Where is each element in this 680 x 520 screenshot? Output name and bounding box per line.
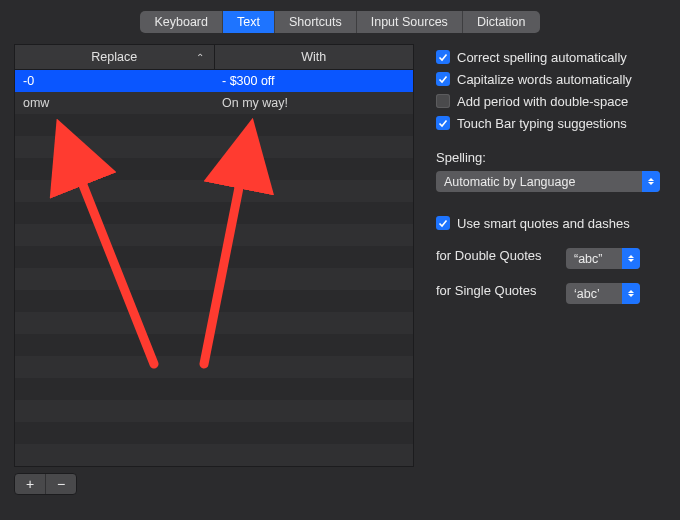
tab-shortcuts[interactable]: Shortcuts [274, 11, 356, 33]
checkbox-icon [436, 72, 450, 86]
sort-indicator-icon: ⌃ [196, 52, 204, 63]
table-row-empty[interactable] [15, 400, 413, 422]
single-quotes-label: for Single Quotes [436, 283, 556, 298]
popup-arrows-icon [622, 283, 640, 304]
table-row-empty[interactable] [15, 444, 413, 466]
check-capitalize-words[interactable]: Capitalize words automatically [436, 68, 666, 90]
table-row-empty[interactable] [15, 158, 413, 180]
table-row-empty[interactable] [15, 378, 413, 400]
table-row-empty[interactable] [15, 180, 413, 202]
double-quotes-value: “abc” [574, 252, 602, 266]
table-row[interactable]: omwOn my way! [15, 92, 413, 114]
pref-tabbar: Keyboard Text Shortcuts Input Sources Di… [0, 0, 680, 44]
table-row-empty[interactable] [15, 356, 413, 378]
column-header-with-label: With [301, 50, 326, 64]
checkbox-icon [436, 50, 450, 64]
table-row[interactable]: -0- $300 off [15, 70, 413, 92]
segmented-tabs: Keyboard Text Shortcuts Input Sources Di… [140, 11, 539, 33]
check-correct-spelling[interactable]: Correct spelling automatically [436, 46, 666, 68]
table-row-empty[interactable] [15, 136, 413, 158]
check-smart-quotes[interactable]: Use smart quotes and dashes [436, 212, 666, 234]
tab-text[interactable]: Text [222, 11, 274, 33]
settings-column: Correct spelling automatically Capitaliz… [436, 44, 666, 495]
tab-dictation[interactable]: Dictation [462, 11, 540, 33]
table-row-empty[interactable] [15, 114, 413, 136]
single-quotes-popup[interactable]: ‘abc’ [566, 283, 640, 304]
table-row-empty[interactable] [15, 268, 413, 290]
text-replacement-table[interactable]: Replace ⌃ With -0- $300 offomwOn my way! [14, 44, 414, 467]
check-touch-bar[interactable]: Touch Bar typing suggestions [436, 112, 666, 134]
table-row-empty[interactable] [15, 334, 413, 356]
column-header-with[interactable]: With [214, 45, 414, 69]
check-add-period[interactable]: Add period with double-space [436, 90, 666, 112]
checkbox-icon [436, 216, 450, 230]
tab-keyboard[interactable]: Keyboard [140, 11, 222, 33]
popup-arrows-icon [622, 248, 640, 269]
check-smart-quotes-label: Use smart quotes and dashes [457, 216, 630, 231]
table-row-empty[interactable] [15, 202, 413, 224]
double-quotes-label: for Double Quotes [436, 248, 556, 263]
text-replacement-panel: Replace ⌃ With -0- $300 offomwOn my way!… [14, 44, 414, 495]
checkbox-icon [436, 94, 450, 108]
check-capitalize-words-label: Capitalize words automatically [457, 72, 632, 87]
spelling-label: Spelling: [436, 150, 666, 165]
cell-replace[interactable]: omw [15, 92, 214, 114]
table-row-empty[interactable] [15, 224, 413, 246]
table-row-empty[interactable] [15, 312, 413, 334]
checkbox-icon [436, 116, 450, 130]
check-correct-spelling-label: Correct spelling automatically [457, 50, 627, 65]
table-row-empty[interactable] [15, 246, 413, 268]
cell-replace[interactable]: -0 [15, 70, 214, 92]
tab-input-sources[interactable]: Input Sources [356, 11, 462, 33]
check-touch-bar-label: Touch Bar typing suggestions [457, 116, 627, 131]
add-button[interactable]: + [15, 474, 45, 494]
column-header-replace[interactable]: Replace ⌃ [15, 45, 214, 69]
popup-arrows-icon [642, 171, 660, 192]
add-remove-control: + − [14, 473, 77, 495]
single-quotes-value: ‘abc’ [574, 287, 600, 301]
double-quotes-popup[interactable]: “abc” [566, 248, 640, 269]
check-add-period-label: Add period with double-space [457, 94, 628, 109]
remove-button[interactable]: − [45, 474, 76, 494]
spelling-popup[interactable]: Automatic by Language [436, 171, 660, 192]
table-row-empty[interactable] [15, 290, 413, 312]
cell-with[interactable]: On my way! [214, 92, 413, 114]
column-header-replace-label: Replace [91, 50, 137, 64]
cell-with[interactable]: - $300 off [214, 70, 413, 92]
spelling-popup-value: Automatic by Language [444, 175, 575, 189]
table-row-empty[interactable] [15, 422, 413, 444]
